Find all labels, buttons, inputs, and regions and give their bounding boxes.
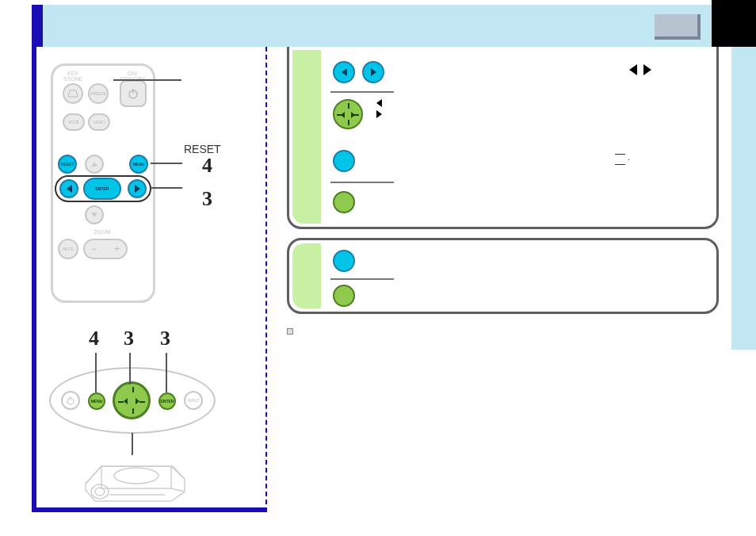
tag-icon: [615, 154, 629, 165]
panel-line-3b: [166, 353, 167, 392]
svg-point-8: [95, 488, 105, 496]
left-arrow-icon: [124, 398, 128, 404]
header-grey-box: [655, 14, 701, 40]
power-icon: [66, 396, 75, 405]
panel-button: [333, 191, 355, 213]
keystone-icon: [67, 90, 78, 98]
keystone-button: [63, 83, 83, 104]
panel-num-4: 4: [89, 327, 99, 350]
svg-marker-3: [91, 162, 97, 167]
svg-point-9: [114, 468, 158, 484]
panel-menu-button[interactable]: MENU: [88, 392, 105, 410]
reset-button[interactable]: RESET: [58, 155, 77, 174]
remote-control: KEY STONE ON/ STANDBY FREEZE RGB VIDEO R…: [51, 63, 155, 303]
right-arrow-icon: [351, 112, 355, 118]
standby-button: [120, 80, 147, 107]
projector-illustration: [78, 444, 189, 507]
left-arrow-icon: [67, 185, 72, 193]
callout-4: 4: [202, 154, 212, 178]
step-strip-1: [292, 50, 321, 224]
instruction-box-1: [287, 47, 719, 229]
right-arrow-icon: [643, 64, 651, 75]
menu-button[interactable]: MENU: [129, 155, 148, 174]
left-button[interactable]: [59, 179, 78, 198]
keystone-label: KEY STONE: [61, 71, 85, 82]
divider: [330, 182, 394, 183]
remote-right-button: [362, 61, 384, 83]
panel-enter-button[interactable]: ENTER: [158, 392, 176, 410]
power-icon: [128, 88, 139, 99]
mute-button: MUTE: [58, 239, 78, 259]
callout-line-3: [151, 187, 182, 189]
right-button[interactable]: [128, 179, 147, 198]
remote-left-button: [333, 61, 355, 83]
svg-point-7: [91, 484, 109, 499]
panel-selection-button[interactable]: [113, 381, 151, 419]
zoom-rocker: − +: [83, 239, 128, 259]
svg-marker-0: [68, 90, 78, 97]
header-black-box: [712, 0, 756, 47]
note-marker: [287, 328, 293, 335]
projector-panel: MENU ENTER INPUT: [49, 367, 216, 434]
panel-button: [333, 285, 355, 307]
up-button: [85, 155, 104, 174]
header-accent: [32, 5, 43, 47]
zoom-label: ZOOM: [90, 229, 115, 235]
right-strip: [731, 47, 756, 350]
left-arrow-icon: [341, 112, 345, 118]
remote-button: [333, 250, 355, 272]
down-button: [85, 205, 104, 224]
panel-line-4: [95, 353, 97, 392]
callout-3: 3: [202, 187, 212, 211]
instruction-box-2: [287, 238, 719, 314]
panel-num-3b: 3: [160, 327, 170, 350]
left-arrow-icon: [342, 68, 347, 76]
panel-line-3a: [129, 353, 131, 385]
panel-num-3a: 3: [124, 327, 134, 350]
right-arrow-icon: [136, 398, 139, 404]
video-button: VIDEO: [88, 113, 110, 131]
step-strip-2: [292, 243, 321, 308]
right-arrow-icon: [371, 68, 376, 76]
divider: [330, 91, 394, 93]
enter-button[interactable]: ENTER: [83, 178, 121, 200]
right-arrow-icon: [135, 185, 140, 193]
right-arrow-icon: [376, 110, 382, 118]
left-arrow-icon: [629, 64, 637, 75]
panel-selection-button: [333, 99, 363, 129]
svg-marker-4: [91, 212, 97, 217]
panel-power-button: [61, 391, 80, 410]
rgb-button: RGB: [63, 113, 85, 131]
divider: [330, 278, 394, 280]
panel-input-button: INPUT: [184, 391, 203, 410]
up-arrow-icon: [90, 161, 98, 167]
freeze-button: FREEZE: [88, 83, 109, 104]
down-arrow-icon: [90, 212, 98, 218]
callout-line-reset: [113, 79, 181, 81]
left-arrow-icon: [376, 99, 382, 107]
callout-line-4: [151, 163, 182, 164]
header-bar: [32, 5, 756, 47]
remote-button: [333, 150, 355, 172]
vertical-divider: [265, 47, 267, 512]
